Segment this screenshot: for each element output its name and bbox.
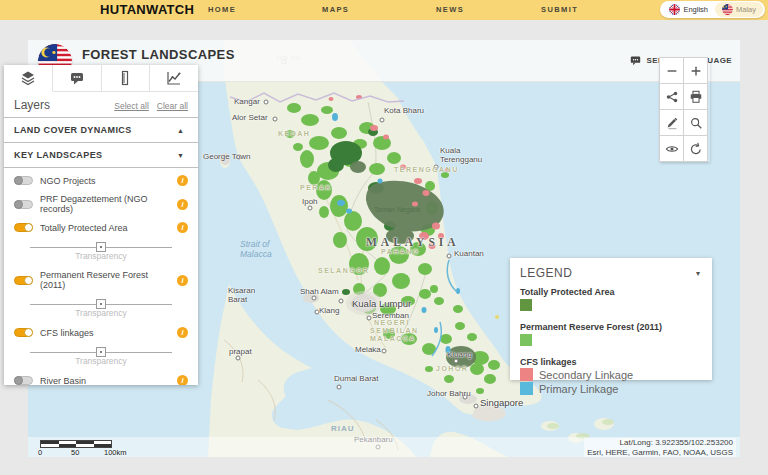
panel-tabs (4, 65, 198, 92)
layer-row: NGO Projects i Transparency (4, 171, 198, 190)
language-switcher: English Malay (660, 1, 765, 18)
city-marker (337, 385, 342, 390)
legend-group-label: CFS linkages (520, 357, 702, 367)
legend-item-label: Primary Linkage (539, 383, 618, 395)
legend-item: Secondary Linkage (520, 368, 702, 381)
zoom-in-button[interactable] (683, 57, 708, 84)
toggle-knob (14, 176, 23, 185)
layers-icon (20, 70, 36, 86)
layer-row: PRF Degazettement (NGO records) i Transp… (4, 190, 198, 218)
slider-thumb[interactable] (96, 299, 106, 309)
slider-thumb[interactable] (96, 347, 106, 357)
line-chart-icon (166, 70, 182, 86)
comment-icon (69, 70, 85, 86)
collapse-caret-icon: ▲ (177, 127, 188, 134)
layer-toggle[interactable] (14, 276, 33, 285)
expand-caret-icon: ▼ (177, 152, 188, 159)
nav-link[interactable]: SUBMIT (541, 0, 578, 20)
info-icon[interactable]: i (177, 375, 188, 385)
malaysia-flag-icon-small (722, 4, 733, 15)
nav-link[interactable]: NEWS (436, 0, 464, 20)
visibility-button[interactable] (659, 135, 684, 162)
brand-logo[interactable]: HUTANWATCH (100, 0, 194, 20)
transparency-label: Transparency (30, 251, 172, 261)
nav-link[interactable]: MAPS (322, 0, 349, 20)
legend-swatch-totally-protected (520, 299, 532, 311)
city-marker (264, 100, 269, 105)
section-label: LAND COVER DYNAMICS (14, 125, 177, 135)
city-marker (237, 155, 242, 160)
print-button[interactable] (683, 83, 708, 110)
zoom-out-button[interactable] (659, 57, 684, 84)
tab-chart[interactable] (150, 65, 198, 92)
tab-comments[interactable] (53, 65, 102, 92)
transparency-slider: Transparency (4, 294, 198, 323)
city-marker (382, 349, 387, 354)
info-icon[interactable]: i (177, 175, 188, 186)
city-marker (454, 359, 459, 364)
city-marker (463, 395, 468, 400)
section-land-cover-dynamics[interactable]: LAND COVER DYNAMICS ▲ (4, 117, 198, 142)
toggle-knob (24, 328, 33, 337)
scale-tick-50: 50 (71, 448, 79, 457)
layer-label: River Basin (40, 376, 170, 386)
latlong-readout: Lat/Long: 3.922355/102.253200 (587, 438, 733, 448)
info-icon[interactable]: i (177, 327, 188, 338)
draw-button[interactable] (659, 109, 684, 136)
plus-icon (689, 64, 703, 78)
clear-all-link[interactable]: Clear all (157, 101, 188, 111)
scale-tick-100: 100km (104, 448, 127, 457)
city-marker (312, 296, 317, 301)
slider-track[interactable] (30, 304, 172, 305)
search-button[interactable] (683, 109, 708, 136)
select-all-link[interactable]: Select all (114, 101, 149, 111)
section-label: KEY LANDSCAPES (14, 150, 177, 160)
minus-icon (665, 64, 679, 78)
layer-label: Totally Protected Area (40, 223, 170, 233)
slider-thumb[interactable] (96, 242, 106, 252)
refresh-button[interactable] (683, 135, 708, 162)
layer-toggle[interactable] (14, 328, 33, 337)
layer-toggle[interactable] (14, 223, 33, 232)
language-malay-button[interactable]: Malay (715, 2, 763, 17)
layer-toggle[interactable] (14, 200, 33, 209)
info-icon[interactable]: i (177, 222, 188, 233)
pencil-icon (665, 116, 679, 130)
language-english-button[interactable]: English (662, 2, 715, 17)
section-key-landscapes[interactable]: KEY LANDSCAPES ▼ (4, 142, 198, 167)
nav-link[interactable]: HOME (208, 0, 236, 20)
city-marker (434, 165, 439, 170)
layer-label: Permanent Reserve Forest (2011) (40, 270, 170, 290)
info-icon[interactable]: i (177, 199, 188, 210)
top-nav-bar: HUTANWATCH HOMEMAPSNEWSSUBMIT English (0, 0, 768, 20)
slider-track[interactable] (30, 247, 172, 248)
legend-item: Primary Linkage (520, 382, 702, 395)
layer-label: CFS linkages (40, 328, 170, 338)
legend-swatch-primary-linkage (520, 382, 533, 395)
speech-bubble-icon (630, 55, 641, 66)
city-marker (367, 316, 372, 321)
city-marker (352, 302, 357, 307)
layer-row: Permanent Reserve Forest (2011) i Transp… (4, 266, 198, 323)
legend-item-label: Secondary Linkage (539, 369, 633, 381)
legend-swatch-permanent-reserve (520, 334, 532, 346)
layer-toggle[interactable] (14, 376, 33, 385)
legend-header[interactable]: LEGEND ▾ (520, 266, 702, 280)
transparency-slider: Transparency (4, 342, 198, 371)
layer-row: Totally Protected Area i Transparency (4, 218, 198, 266)
refresh-icon (689, 142, 703, 156)
toggle-knob (14, 200, 23, 209)
magnifier-icon (689, 116, 703, 130)
share-button[interactable] (659, 83, 684, 110)
city-marker (447, 254, 452, 259)
tab-layers[interactable] (4, 65, 53, 92)
toggle-knob (24, 276, 33, 285)
layer-label: NGO Projects (40, 176, 170, 186)
legend-panel: LEGEND ▾ Totally Protected Area Permanen… (510, 258, 712, 380)
slider-track[interactable] (30, 352, 172, 353)
toggle-knob (24, 223, 33, 232)
tab-measure[interactable] (102, 65, 151, 92)
layer-toggle[interactable] (14, 176, 33, 185)
transparency-label: Transparency (30, 356, 172, 366)
info-icon[interactable]: i (177, 275, 188, 286)
